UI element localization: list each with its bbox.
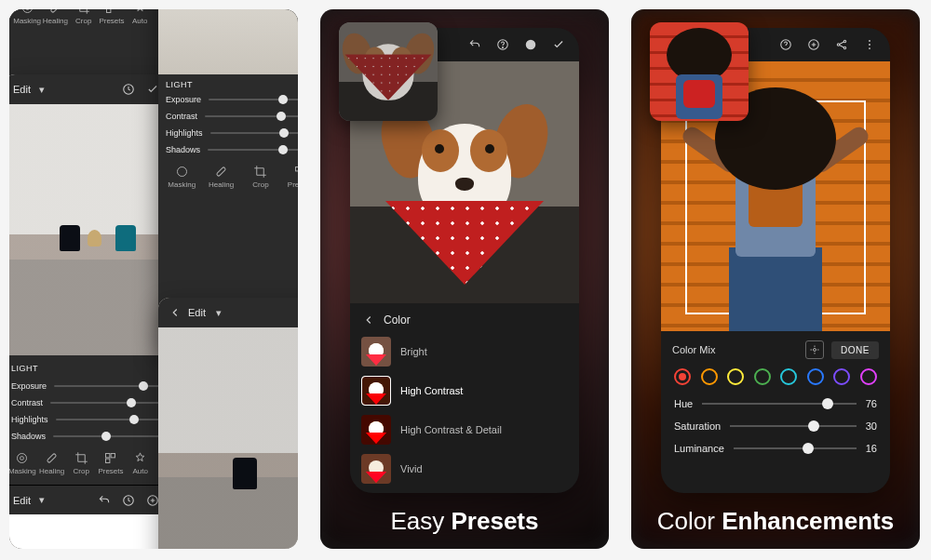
- swatch-yellow[interactable]: [727, 368, 744, 385]
- section-title: Color Mix: [672, 344, 715, 355]
- color-swatches: [672, 359, 879, 393]
- presets-icon: [103, 450, 118, 465]
- undo-icon[interactable]: [97, 493, 112, 508]
- tool-crop[interactable]: Crop: [68, 450, 94, 475]
- healing-icon: [45, 450, 60, 465]
- tool-presets[interactable]: Presets: [98, 450, 124, 475]
- section-title: LIGHT: [11, 364, 38, 373]
- masking-icon: [15, 450, 30, 465]
- tool-masking[interactable]: Masking: [9, 450, 35, 475]
- help-icon[interactable]: [495, 37, 510, 52]
- crop-icon: [74, 450, 88, 465]
- svg-point-45: [843, 47, 845, 48]
- svg-point-46: [869, 40, 870, 42]
- preset-item-bright[interactable]: Bright: [361, 337, 568, 367]
- mode-edit[interactable]: Edit: [13, 84, 31, 95]
- svg-rect-21: [112, 453, 115, 457]
- tool-healing[interactable]: Healing: [209, 164, 235, 189]
- preset-item-high-contrast[interactable]: High Contrast: [361, 376, 568, 406]
- masking-icon: [20, 9, 34, 15]
- swatch-green[interactable]: [754, 368, 771, 385]
- clock-icon[interactable]: [121, 493, 136, 508]
- slider-highlights[interactable]: Highlights: [158, 125, 298, 141]
- help-icon[interactable]: [778, 37, 793, 52]
- before-inset: [339, 22, 438, 121]
- tool-auto[interactable]: Auto: [127, 9, 153, 25]
- chevron-down-icon: ▾: [34, 493, 49, 508]
- tool-masking[interactable]: Masking: [14, 9, 40, 25]
- svg-rect-35: [295, 167, 298, 170]
- swatch-blue[interactable]: [807, 368, 824, 385]
- svg-rect-34: [216, 167, 226, 177]
- back-icon[interactable]: [168, 305, 182, 320]
- preset-item-hcd[interactable]: High Contrast & Detail: [361, 415, 568, 445]
- tool-healing[interactable]: Healing: [42, 9, 68, 25]
- svg-rect-2: [50, 9, 61, 12]
- clock-icon[interactable]: [121, 82, 136, 97]
- svg-point-40: [526, 40, 536, 50]
- slider-shadows[interactable]: Shadows: [158, 141, 298, 158]
- slider-luminance[interactable]: Luminance16: [672, 437, 879, 460]
- svg-point-43: [837, 44, 839, 46]
- back-icon[interactable]: [361, 313, 376, 327]
- share-icon[interactable]: [834, 37, 849, 52]
- chevron-down-icon: ▾: [211, 305, 226, 320]
- more-icon[interactable]: [862, 37, 877, 52]
- tool-presets[interactable]: Presets: [99, 9, 125, 25]
- crop-icon: [76, 9, 91, 15]
- slider-exposure[interactable]: Exposure: [158, 91, 298, 108]
- undo-icon[interactable]: [467, 37, 482, 52]
- svg-point-39: [503, 47, 504, 47]
- slider-saturation[interactable]: Saturation30: [672, 415, 879, 437]
- auto-icon: [132, 9, 147, 15]
- svg-point-17: [18, 453, 27, 462]
- auto-icon: [133, 450, 148, 465]
- bottom-toolbar: Masking Healing Crop Presets Auto: [158, 158, 298, 194]
- done-button[interactable]: DONE: [831, 341, 879, 359]
- tool-auto[interactable]: Auto: [128, 450, 154, 475]
- tool-crop[interactable]: Crop: [248, 164, 274, 189]
- presets-icon: [104, 9, 119, 15]
- promo-panel-color: Color Mix DONE Hue76 S: [631, 9, 920, 549]
- preset-item-vivid[interactable]: Vivid: [361, 454, 568, 484]
- before-inset: [650, 22, 749, 121]
- swatch-magenta[interactable]: [860, 368, 877, 385]
- preset-list: Bright High Contrast High Contrast & Det…: [350, 337, 579, 484]
- eyedropper-button[interactable]: [805, 340, 824, 359]
- add-icon[interactable]: [806, 37, 821, 52]
- svg-point-33: [177, 167, 186, 176]
- tool-crop[interactable]: Crop: [71, 9, 97, 25]
- editor-card-bottom-right: Edit▾: [158, 298, 298, 549]
- svg-rect-20: [106, 453, 110, 457]
- photo-preview[interactable]: [158, 327, 298, 549]
- svg-point-47: [869, 44, 870, 46]
- section-title: Color: [384, 313, 411, 327]
- promo-panel-light: Highlights Shadows Masking Healing Crop …: [9, 9, 298, 549]
- tool-healing[interactable]: Healing: [39, 450, 65, 475]
- swatch-red[interactable]: [674, 368, 691, 385]
- svg-point-49: [814, 349, 816, 352]
- panel-caption: Easy Presets: [320, 507, 609, 536]
- photo-preview: [158, 9, 298, 74]
- tool-presets[interactable]: Presets: [287, 164, 298, 189]
- check-icon[interactable]: [551, 37, 566, 52]
- panel-caption: Color Enhancements: [631, 507, 920, 536]
- healing-icon: [47, 9, 62, 15]
- swatch-purple[interactable]: [833, 368, 850, 385]
- svg-point-48: [869, 47, 870, 49]
- promo-panel-presets: Color Bright High Contrast High Contrast…: [320, 9, 609, 549]
- swatch-cyan[interactable]: [780, 368, 797, 385]
- svg-rect-5: [107, 9, 111, 12]
- info-icon[interactable]: [523, 37, 538, 52]
- chevron-down-icon: ▾: [34, 82, 49, 97]
- svg-rect-22: [106, 459, 110, 462]
- tool-masking[interactable]: Masking: [169, 164, 195, 189]
- swatch-orange[interactable]: [701, 368, 718, 385]
- svg-point-44: [843, 40, 845, 42]
- svg-rect-19: [47, 453, 57, 463]
- slider-contrast[interactable]: Contrast: [158, 108, 298, 125]
- editor-header: Edit▾: [158, 298, 298, 327]
- presets-header: Color: [350, 303, 579, 337]
- slider-hue[interactable]: Hue76: [672, 393, 879, 415]
- color-mix-panel: Color Mix DONE Hue76 S: [661, 331, 890, 469]
